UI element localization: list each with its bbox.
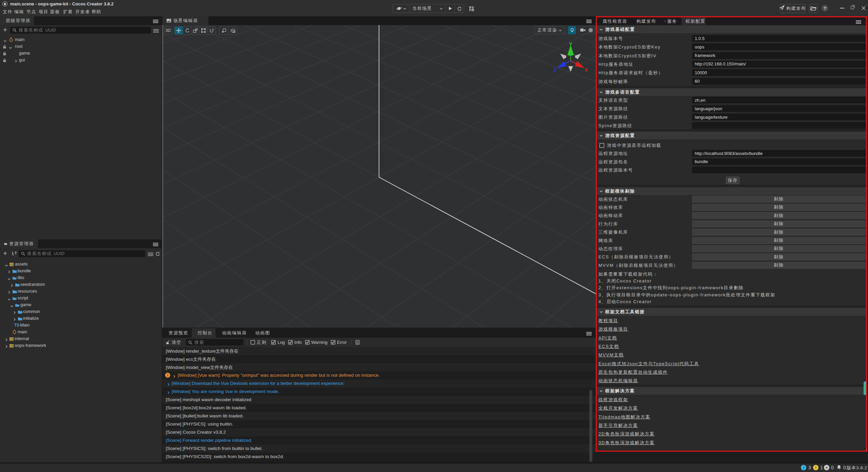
svg-text:Z: Z: [553, 67, 556, 73]
svg-text:Y: Y: [569, 41, 572, 47]
svg-text:X: X: [585, 67, 588, 73]
